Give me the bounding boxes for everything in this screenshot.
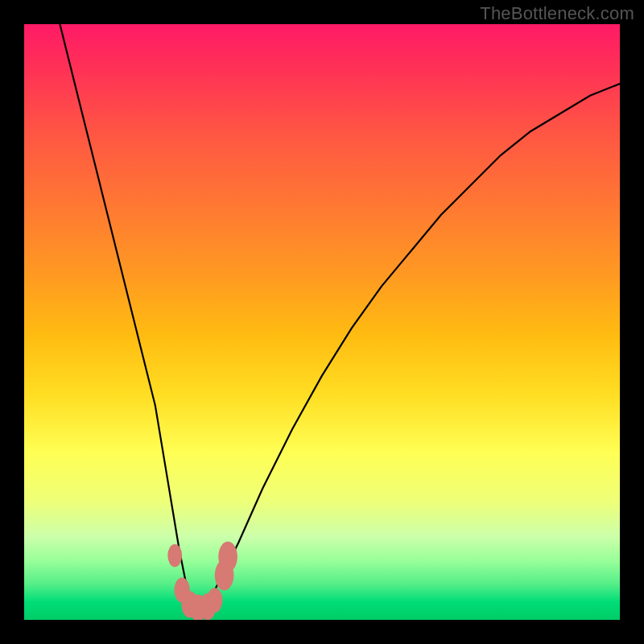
trough-marker — [207, 588, 222, 613]
plot-area — [24, 24, 620, 620]
outer-frame: TheBottleneck.com — [0, 0, 644, 644]
trough-markers — [167, 542, 237, 620]
watermark-text: TheBottleneck.com — [480, 3, 634, 24]
bottleneck-curve — [60, 24, 620, 608]
curve-svg — [24, 24, 620, 620]
trough-marker — [218, 542, 237, 572]
trough-marker — [167, 544, 182, 567]
